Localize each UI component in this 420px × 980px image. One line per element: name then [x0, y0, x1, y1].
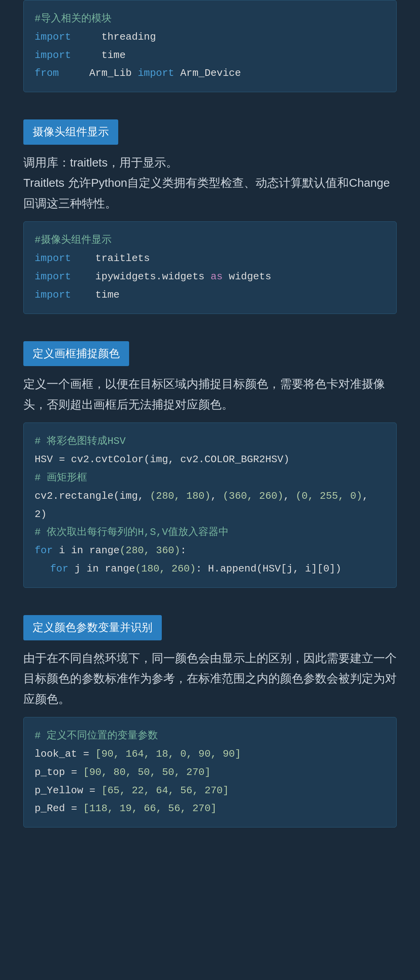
camera-comment-line: #摄像头组件显示: [35, 231, 385, 249]
look-at-value: [90, 164, 18, 0, 90, 90]: [95, 748, 241, 760]
range-j-vals: (180, 260): [135, 563, 196, 575]
keyword-import-1: import: [35, 31, 71, 43]
rect-color: (0, 255, 0): [296, 490, 362, 502]
import-time-line: import time: [35, 46, 385, 65]
module-time2: time: [77, 289, 119, 301]
import-code-block: #导入相关的模块 import threading import time fr…: [23, 0, 397, 92]
for-i-line: for i in range(280, 360):: [35, 542, 385, 560]
import-threading-line: import threading: [35, 28, 385, 46]
p-red-value: [118, 19, 66, 56, 270]: [83, 803, 217, 814]
from-armlib-line: from Arm_Lib import Arm_Device: [35, 64, 385, 82]
hsv-comment: # 将彩色图转成HSV: [35, 435, 126, 447]
p-yellow-line: p_Yellow = [65, 22, 64, 56, 270]: [35, 782, 385, 800]
keyword-import-time2: import: [35, 289, 71, 301]
code-comment-line: #导入相关的模块: [35, 10, 385, 28]
module-threading: threading: [77, 31, 156, 43]
import-traitlets-line: import traitlets: [35, 249, 385, 268]
range-i-vals: (280, 360): [119, 545, 180, 556]
rect-param1: (280, 180): [150, 490, 210, 502]
rectangle-comment: # 画矩形框: [35, 472, 87, 484]
define-frame-section: 定义画框捕捉颜色 定义一个画框，以便在目标区域内捕捉目标颜色，需要将色卡对准摄像…: [23, 330, 397, 588]
var-p-red: p_Red: [35, 803, 71, 814]
for-j-body: j in range: [74, 563, 135, 575]
define-frame-header: 定义画框捕捉颜色: [23, 341, 129, 366]
keyword-for-j: for: [50, 563, 68, 575]
module-armdevice: Arm_Device: [180, 67, 241, 79]
camera-comment: #摄像头组件显示: [35, 234, 112, 246]
define-frame-header-text: 定义画框捕捉颜色: [33, 347, 120, 359]
p-yellow-assign: =: [89, 785, 101, 796]
p-red-assign: =: [71, 803, 83, 814]
p-top-line: p_top = [90, 80, 50, 50, 270]: [35, 763, 385, 782]
camera-text-1: 调用库：traitlets，用于显示。: [23, 156, 178, 169]
define-color-params-header-text: 定义颜色参数变量并识别: [33, 621, 152, 633]
frame-code-block: # 将彩色图转成HSV HSV = cv2.cvtColor(img, cv2.…: [23, 423, 397, 587]
define-color-params-section: 定义颜色参数变量并识别 由于在不同自然环境下，同一颜色会由显示上的区别，因此需要…: [23, 603, 397, 827]
rectangle-call: cv2.rectangle(img,: [35, 490, 150, 502]
var-p-top: p_top: [35, 766, 71, 778]
p-top-value: [90, 80, 50, 50, 270]: [83, 766, 211, 778]
module-ipywidgets: ipywidgets.widgets: [77, 271, 210, 282]
params-comment: # 定义不同位置的变量参数: [35, 730, 158, 742]
p-top-assign: =: [71, 766, 83, 778]
p-yellow-value: [65, 22, 64, 56, 270]: [102, 785, 229, 796]
hsv-comment-line: # 将彩色图转成HSV: [35, 432, 385, 451]
hsv-assignment: HSV = cv2.cvtColor(img, cv2.COLOR_BGR2HS…: [35, 454, 289, 465]
define-frame-text: 定义一个画框，以便在目标区域内捕捉目标颜色，需要将色卡对准摄像头，否则超出画框后…: [23, 374, 397, 415]
keyword-as: as: [211, 271, 223, 282]
keyword-import-ipywidgets: import: [35, 271, 71, 282]
define-color-params-text: 由于在不同自然环境下，同一颜色会由显示上的区别，因此需要建立一个目标颜色的参数标…: [23, 648, 397, 710]
define-frame-desc: 定义一个画框，以便在目标区域内捕捉目标颜色，需要将色卡对准摄像头，否则超出画框后…: [23, 377, 385, 411]
module-time: time: [77, 49, 126, 61]
comment-text: #导入相关的模块: [35, 13, 112, 25]
define-color-params-header: 定义颜色参数变量并识别: [23, 615, 162, 640]
keyword-import-3: import: [138, 67, 174, 79]
rectangle-comment-line: # 画矩形框: [35, 469, 385, 487]
import-time2-line: import time: [35, 286, 385, 304]
loop-comment-line: # 依次取出每行每列的H,S,V值放入容器中: [35, 523, 385, 542]
for-i-body: i in range: [59, 545, 119, 556]
hsv-cvtcolor-line: HSV = cv2.cvtColor(img, cv2.COLOR_BGR2HS…: [35, 451, 385, 469]
look-at-line: look_at = [90, 164, 18, 0, 90, 90]: [35, 745, 385, 763]
module-armlib: Arm_Lib: [65, 67, 138, 79]
var-look-at: look_at: [35, 748, 83, 760]
for-j-rest: : H.append(HSV[j, i][0]): [196, 563, 341, 575]
camera-display-section: 摄像头组件显示 调用库：traitlets，用于显示。 Traitlets 允许…: [23, 108, 397, 314]
for-j-line: for j in range(180, 260): H.append(HSV[j…: [35, 560, 385, 578]
for-i-colon: :: [180, 545, 186, 556]
var-p-yellow: p_Yellow: [35, 785, 89, 796]
keyword-import-traitlets: import: [35, 252, 71, 264]
rectangle-line: cv2.rectangle(img, (280, 180), (360, 260…: [35, 487, 385, 524]
define-color-params-desc: 由于在不同自然环境下，同一颜色会由显示上的区别，因此需要建立一个目标颜色的参数标…: [23, 652, 397, 705]
import-ipywidgets-line: import ipywidgets.widgets as widgets: [35, 268, 385, 286]
keyword-for-i: for: [35, 545, 53, 556]
camera-display-text: 调用库：traitlets，用于显示。 Traitlets 允许Python自定…: [23, 153, 397, 214]
camera-display-header: 摄像头组件显示: [23, 119, 118, 145]
keyword-import-2: import: [35, 49, 71, 61]
camera-display-header-text: 摄像头组件显示: [33, 126, 109, 138]
p-red-line: p_Red = [118, 19, 66, 56, 270]: [35, 799, 385, 818]
color-params-code-block: # 定义不同位置的变量参数 look_at = [90, 164, 18, 0,…: [23, 717, 397, 827]
rect-param2: (360, 260): [223, 490, 284, 502]
module-traitlets: traitlets: [77, 252, 150, 264]
keyword-from: from: [35, 67, 59, 79]
alias-widgets: widgets: [229, 271, 271, 282]
loop-comment: # 依次取出每行每列的H,S,V值放入容器中: [35, 526, 229, 538]
rect-comma1: ,: [210, 490, 222, 502]
params-comment-line: # 定义不同位置的变量参数: [35, 727, 385, 745]
camera-text-2: Traitlets 允许Python自定义类拥有类型检查、动态计算默认值和Cha…: [23, 176, 390, 210]
camera-code-block: #摄像头组件显示 import traitlets import ipywidg…: [23, 221, 397, 314]
rect-comma2: ,: [284, 490, 296, 502]
look-at-assign: =: [83, 748, 95, 760]
import-section: #导入相关的模块 import threading import time fr…: [23, 0, 397, 92]
